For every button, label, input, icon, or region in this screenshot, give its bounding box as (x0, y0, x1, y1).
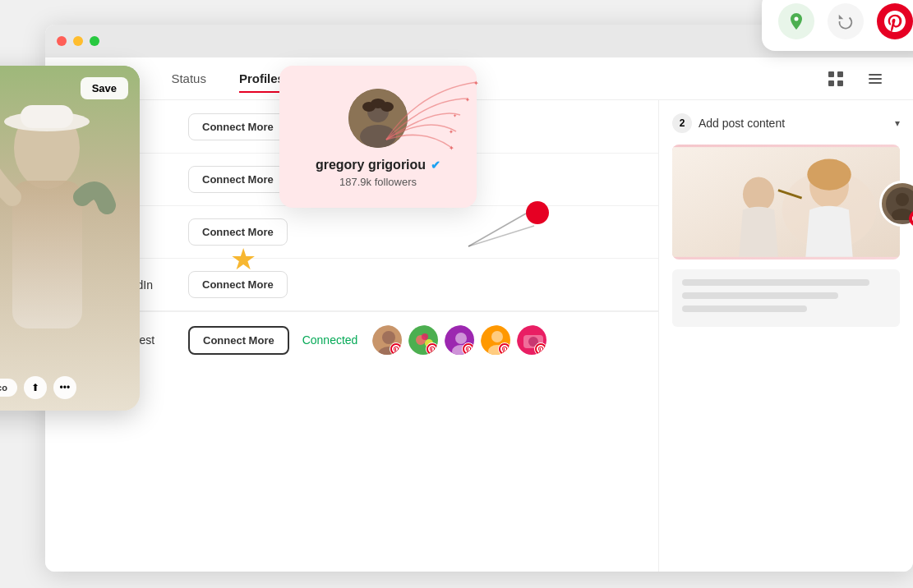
svg-point-37 (743, 177, 774, 211)
svg-rect-13 (869, 82, 882, 84)
photo-bottom-bar: ama.co ⬆ ••• (0, 376, 128, 399)
connect-more-facebook-button[interactable]: Connect More (188, 113, 288, 140)
browser-window: Connections Status Profiles (45, 25, 913, 572)
more-options-button[interactable]: ••• (53, 376, 76, 399)
connect-more-pinterest-button[interactable]: Connect More (188, 326, 289, 355)
traffic-light-green (90, 36, 99, 46)
grid-view-button[interactable] (823, 66, 849, 92)
text-line-3 (682, 305, 807, 312)
tab-status[interactable]: Status (171, 65, 206, 92)
svg-point-51 (896, 193, 909, 206)
svg-rect-6 (21, 105, 73, 128)
svg-point-28 (491, 331, 503, 342)
svg-point-36 (807, 158, 851, 190)
pinterest-avatars (371, 324, 548, 356)
svg-point-49 (380, 102, 394, 112)
nav-icons (823, 66, 888, 92)
share-button[interactable]: ⬆ (24, 376, 47, 399)
location-icon[interactable] (778, 3, 814, 39)
pinterest-float-badge (879, 181, 913, 227)
pinterest-avatar-2 (407, 324, 440, 356)
post-image (672, 145, 900, 260)
photo-image (0, 66, 140, 411)
pinterest-avatar-3-badge (462, 342, 475, 356)
svg-point-46 (360, 125, 396, 148)
traffic-light-yellow (73, 36, 83, 46)
pinterest-avatar-4 (479, 324, 512, 356)
left-photo-panel: Save ama.co ⬆ ••• (0, 66, 140, 411)
svg-point-1 (795, 17, 799, 21)
connect-more-button-2[interactable]: Connect More (188, 166, 288, 193)
text-line-1 (682, 279, 869, 286)
svg-rect-10 (837, 80, 843, 86)
top-right-panel (762, 0, 913, 51)
pinterest-avatar-1-badge (390, 342, 403, 356)
svg-rect-8 (837, 71, 843, 77)
pinterest-connected-status: Connected (302, 333, 358, 347)
svg-rect-9 (828, 80, 834, 86)
tab-profiles[interactable]: Profiles (239, 65, 284, 92)
profile-popup: ✦ ✦ ✦ ✦ ✦ gregory grigoriou ✔ 187.9k fol… (279, 66, 477, 208)
pinterest-avatar-5 (515, 324, 548, 356)
svg-rect-7 (828, 71, 834, 77)
profile-avatar (348, 89, 408, 148)
svg-text:✦: ✦ (449, 129, 454, 135)
verified-icon: ✔ (431, 158, 440, 172)
chevron-down-icon[interactable]: ▾ (895, 117, 900, 129)
svg-rect-12 (869, 78, 882, 80)
recycle-icon[interactable] (828, 3, 864, 39)
pinterest-avatar-3 (443, 324, 476, 356)
traffic-light-red (57, 36, 67, 46)
popup-profile-name: gregory grigoriou ✔ (299, 158, 457, 172)
add-post-label: Add post content (699, 117, 888, 130)
save-button[interactable]: Save (81, 77, 128, 99)
svg-text:✦: ✦ (449, 145, 454, 152)
pinterest-float-avatar (879, 181, 913, 227)
pinterest-avatar-5-badge (534, 342, 547, 356)
add-post-header: 2 Add post content ▾ (672, 113, 900, 133)
photo-url: ama.co (0, 379, 17, 397)
pinterest-icon-top[interactable] (877, 3, 913, 39)
post-number: 2 (672, 113, 692, 133)
svg-text:✦: ✦ (465, 97, 470, 103)
nav-tabs: Connections Status Profiles (45, 57, 913, 100)
svg-rect-11 (869, 74, 882, 76)
pinterest-avatar-2-badge (426, 342, 439, 356)
browser-content: Connections Status Profiles (45, 57, 913, 572)
svg-text:✦: ✦ (453, 113, 457, 118)
list-view-button[interactable] (862, 66, 888, 92)
svg-rect-4 (12, 181, 82, 328)
red-circle-indicator (526, 201, 549, 224)
text-line-2 (682, 292, 838, 299)
main-content: f Connect More Connected (45, 100, 913, 572)
pinterest-avatar-1 (371, 324, 403, 356)
popup-followers: 187.9k followers (299, 176, 457, 188)
svg-point-23 (422, 333, 428, 340)
right-panel: 2 Add post content ▾ (658, 100, 913, 572)
pinterest-avatar-4-badge (498, 342, 511, 356)
post-text-area[interactable] (672, 269, 900, 327)
yellow-star-decoration: ★ (230, 242, 256, 277)
